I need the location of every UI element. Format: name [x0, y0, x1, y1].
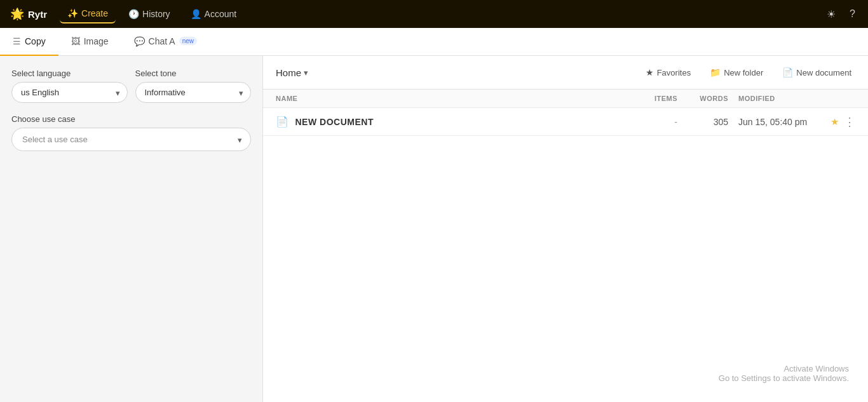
folder-icon: 📁 [710, 67, 721, 77]
use-case-group: Choose use case Select a use case Blog P… [11, 114, 251, 151]
navbar-item-account[interactable]: 👤 Account [183, 5, 245, 23]
table-header: NAME ITEMS WORDS MODIFIED [263, 90, 868, 108]
favorites-label: Favorites [657, 68, 691, 77]
tone-label: Select tone [135, 69, 252, 78]
chat-tab-badge: new [179, 37, 197, 45]
use-case-label: Choose use case [11, 114, 251, 124]
help-icon-button[interactable]: ? [847, 6, 858, 22]
use-case-select-wrapper: Select a use case Blog Post Email Social… [11, 128, 251, 151]
col-header-name: NAME [276, 95, 627, 102]
copy-tab-icon: ☰ [13, 36, 21, 46]
doc-words-val: 305 [677, 117, 728, 127]
col-header-modified: MODIFIED [728, 95, 817, 102]
tab-image-label: Image [84, 36, 109, 46]
create-icon: ✨ [67, 8, 78, 18]
breadcrumb-chevron-icon: ▾ [304, 68, 308, 77]
new-document-label: New document [796, 68, 851, 77]
col-header-items: ITEMS [627, 95, 677, 102]
tab-chat-label: Chat A [149, 36, 175, 46]
navbar: 🌟 Rytr ✨ Create 🕐 History 👤 Account ☀ ? [0, 0, 868, 28]
new-document-button[interactable]: 📄 New document [778, 65, 855, 80]
brand-icon: 🌟 [10, 7, 24, 21]
tab-image[interactable]: 🖼 Image [58, 28, 121, 56]
navbar-item-account-label: Account [205, 9, 237, 19]
doc-star-button[interactable]: ★ [831, 116, 839, 128]
doc-items-val: - [627, 117, 677, 127]
form-row-language-tone: Select language us English UK English Fr… [11, 69, 251, 103]
tabbar: ☰ Copy 🖼 Image 💬 Chat A new [0, 28, 868, 56]
history-icon: 🕐 [128, 9, 139, 19]
right-header: Home ▾ ★ Favorites 📁 New folder 📄 New do… [263, 56, 868, 90]
tone-select-wrapper: Informative Formal Casual Funny Convinci… [135, 82, 252, 103]
language-label: Select language [11, 69, 128, 78]
brand-label: Rytr [28, 9, 47, 20]
main-area: Select language us English UK English Fr… [0, 56, 868, 402]
right-actions: ★ Favorites 📁 New folder 📄 New document [642, 65, 855, 80]
star-icon: ★ [646, 67, 654, 77]
doc-more-button[interactable]: ⋮ [844, 116, 855, 128]
doc-name-cell: 📄 New document [276, 116, 627, 128]
doc-modified-val: Jun 15, 05:40 pm [728, 117, 817, 127]
language-select-wrapper: us English UK English French German Span… [11, 82, 128, 103]
tab-chat[interactable]: 💬 Chat A new [121, 28, 210, 56]
activate-windows-notice: Activate Windows Go to Settings to activ… [719, 364, 849, 383]
favorites-button[interactable]: ★ Favorites [642, 65, 695, 80]
new-folder-label: New folder [724, 68, 763, 77]
image-tab-icon: 🖼 [71, 36, 80, 46]
table-row[interactable]: 📄 New document - 305 Jun 15, 05:40 pm ★ … [263, 108, 868, 136]
language-group: Select language us English UK English Fr… [11, 69, 128, 103]
right-panel: Home ▾ ★ Favorites 📁 New folder 📄 New do… [263, 56, 868, 402]
tab-copy-label: Copy [25, 36, 46, 46]
col-header-words: WORDS [677, 95, 728, 102]
breadcrumb-home: Home [276, 67, 301, 78]
doc-actions-cell: ★ ⋮ [817, 116, 855, 128]
new-folder-button[interactable]: 📁 New folder [706, 65, 767, 80]
activate-line1: Activate Windows [719, 364, 849, 373]
tone-select[interactable]: Informative Formal Casual Funny Convinci… [135, 82, 252, 103]
use-case-select[interactable]: Select a use case Blog Post Email Social… [11, 128, 251, 151]
navbar-item-history-label: History [142, 9, 170, 19]
navbar-right: ☀ ? [824, 6, 858, 23]
document-icon: 📄 [782, 67, 793, 77]
content-area: Activate Windows Go to Settings to activ… [263, 136, 868, 402]
navbar-item-history[interactable]: 🕐 History [121, 5, 178, 23]
left-panel: Select language us English UK English Fr… [0, 56, 263, 402]
doc-name-label: New document [295, 117, 374, 127]
doc-file-icon: 📄 [276, 116, 289, 128]
breadcrumb[interactable]: Home ▾ [276, 67, 308, 78]
tone-group: Select tone Informative Formal Casual Fu… [135, 69, 252, 103]
account-icon: 👤 [191, 9, 201, 19]
navbar-item-create[interactable]: ✨ Create [60, 4, 116, 23]
tab-copy[interactable]: ☰ Copy [0, 28, 58, 56]
brand-logo[interactable]: 🌟 Rytr [10, 7, 47, 21]
sun-icon-button[interactable]: ☀ [824, 6, 838, 23]
navbar-item-create-label: Create [81, 8, 108, 18]
activate-line2: Go to Settings to activate Windows. [719, 373, 849, 383]
chat-tab-icon: 💬 [134, 36, 145, 46]
language-select[interactable]: us English UK English French German Span… [11, 82, 128, 103]
